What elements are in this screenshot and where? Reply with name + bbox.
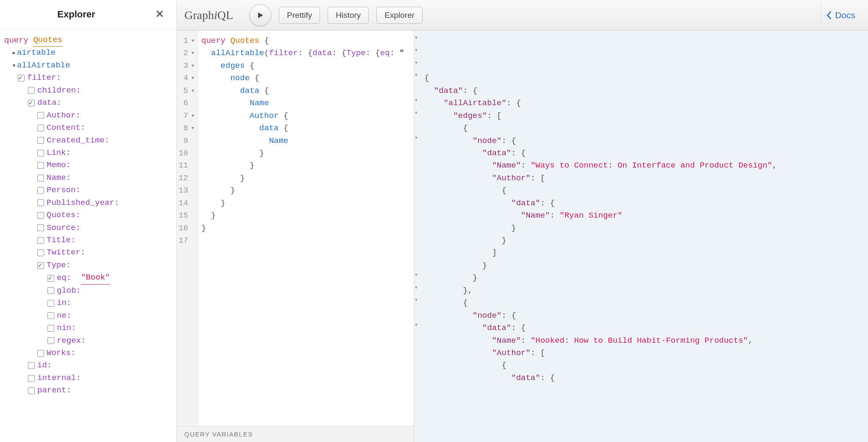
history-button[interactable]: History — [328, 7, 369, 24]
graphiql-logo: GraphiQL — [184, 8, 233, 22]
eq-value[interactable]: "Book" — [81, 271, 110, 284]
result-pane[interactable]: ▼▼▼▼▼▼▼▼▼▼▼ { "data": { "allAirtable": {… — [414, 31, 868, 442]
checkbox-datafield[interactable] — [37, 137, 44, 144]
tree-item-regex[interactable]: regex: — [4, 335, 172, 347]
query-variables-bar[interactable]: Query Variables — [177, 426, 414, 442]
execute-button[interactable] — [249, 4, 271, 26]
tree-item-type[interactable]: Type: — [4, 259, 172, 271]
docs-button[interactable]: Docs — [821, 3, 860, 27]
checkbox-datafield[interactable] — [37, 237, 44, 244]
tree-item-datafield[interactable]: Memo: — [4, 159, 172, 171]
checkbox-datafield[interactable] — [37, 249, 44, 256]
code-body[interactable]: query Quotes { allAirtable(filter: {data… — [198, 31, 414, 426]
checkbox-glob[interactable] — [47, 287, 54, 294]
query-editor[interactable]: 1▼2▼3▼4▼5▼67▼8▼91011121314151617 query Q… — [177, 31, 414, 426]
tree-item-nin[interactable]: nin: — [4, 322, 172, 334]
checkbox-datafield[interactable] — [37, 162, 44, 169]
tree-item-works[interactable]: Works: — [4, 347, 172, 359]
operation-name[interactable]: Quotes — [33, 34, 62, 47]
checkbox-id[interactable] — [28, 362, 35, 369]
checkbox-in[interactable] — [47, 300, 54, 307]
tree-item-internal[interactable]: internal: — [4, 372, 172, 384]
tree-item-data[interactable]: data: — [4, 97, 172, 109]
query-root: query Quotes — [4, 34, 172, 47]
tree-item-airtable[interactable]: airtable — [4, 47, 172, 59]
tree-item-datafield[interactable]: Name: — [4, 172, 172, 184]
tree-item-datafield[interactable]: Content: — [4, 122, 172, 134]
tree-item-allairtable[interactable]: allAirtable — [4, 59, 172, 72]
tree-item-datafield[interactable]: Title: — [4, 234, 172, 246]
tree-item-datafield[interactable]: Person: — [4, 184, 172, 196]
checkbox-works[interactable] — [37, 350, 44, 357]
checkbox-regex[interactable] — [47, 337, 54, 344]
query-pane: 1▼2▼3▼4▼5▼67▼8▼91011121314151617 query Q… — [177, 31, 414, 442]
tree-item-datafield[interactable]: Quotes: — [4, 209, 172, 221]
tree-item-filter[interactable]: filter: — [4, 72, 172, 84]
main-area: GraphiQL Prettify History Explorer Docs … — [177, 0, 868, 442]
tree-item-ne[interactable]: ne: — [4, 310, 172, 322]
tree-item-parent[interactable]: parent: — [4, 384, 172, 397]
tree-item-datafield[interactable]: Link: — [4, 147, 172, 159]
toolbar: GraphiQL Prettify History Explorer Docs — [177, 0, 868, 31]
tree-item-datafield[interactable]: Published_year: — [4, 197, 172, 209]
checkbox-parent[interactable] — [28, 387, 35, 394]
tree-item-id[interactable]: id: — [4, 359, 172, 372]
tree-item-datafield[interactable]: Author: — [4, 109, 172, 122]
query-keyword: query — [4, 34, 28, 47]
checkbox-datafield[interactable] — [37, 212, 44, 219]
checkbox-eq[interactable] — [47, 275, 54, 282]
checkbox-datafield[interactable] — [37, 112, 44, 119]
checkbox-datafield[interactable] — [37, 187, 44, 194]
tree-item-in[interactable]: in: — [4, 297, 172, 309]
checkbox-datafield[interactable] — [37, 175, 44, 182]
explorer-button[interactable]: Explorer — [376, 7, 423, 24]
chevron-left-icon — [826, 11, 832, 20]
checkbox-type[interactable] — [37, 262, 44, 269]
explorer-title: Explorer — [0, 9, 153, 20]
tree-item-datafield[interactable]: Source: — [4, 222, 172, 234]
prettify-button[interactable]: Prettify — [279, 7, 320, 24]
checkbox-data[interactable] — [28, 100, 35, 106]
checkbox-children[interactable] — [28, 87, 35, 94]
checkbox-datafield[interactable] — [37, 199, 44, 206]
tree-item-glob[interactable]: glob: — [4, 285, 172, 297]
checkbox-datafield[interactable] — [37, 125, 44, 131]
caret-down-icon[interactable] — [11, 61, 17, 70]
checkbox-filter[interactable] — [18, 75, 25, 81]
checkbox-internal[interactable] — [28, 375, 35, 382]
checkbox-datafield[interactable] — [37, 224, 44, 231]
checkbox-datafield[interactable] — [37, 150, 44, 157]
close-icon[interactable]: ✕ — [153, 8, 167, 21]
explorer-header: Explorer ✕ — [0, 0, 176, 29]
checkbox-ne[interactable] — [47, 312, 54, 319]
caret-right-icon[interactable] — [11, 48, 17, 58]
line-gutter: 1▼2▼3▼4▼5▼67▼8▼91011121314151617 — [177, 31, 198, 426]
tree-item-datafield[interactable]: Twitter: — [4, 246, 172, 259]
tree-item-datafield[interactable]: Created_time: — [4, 134, 172, 147]
explorer-tree: query Quotes airtable allAirtable filter… — [0, 29, 176, 402]
editor-area: 1▼2▼3▼4▼5▼67▼8▼91011121314151617 query Q… — [177, 31, 868, 442]
checkbox-nin[interactable] — [47, 325, 54, 332]
play-icon — [256, 11, 264, 20]
tree-item-children[interactable]: children: — [4, 84, 172, 97]
explorer-panel: Explorer ✕ query Quotes airtable allAirt… — [0, 0, 177, 442]
tree-item-eq[interactable]: eq: "Book" — [4, 271, 172, 284]
